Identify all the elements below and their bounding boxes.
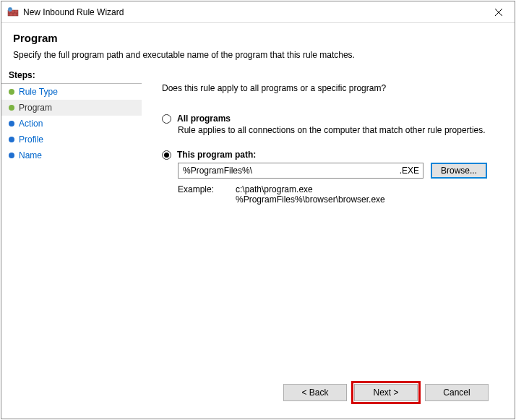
- step-name[interactable]: Name: [1, 147, 142, 163]
- titlebar: New Inbound Rule Wizard: [1, 1, 515, 23]
- radio-label: This program path:: [177, 150, 256, 160]
- window-title: New Inbound Rule Wizard: [23, 7, 482, 17]
- step-link[interactable]: Rule Type: [19, 87, 58, 97]
- steps-heading: Steps:: [1, 66, 142, 84]
- step-action[interactable]: Action: [1, 116, 142, 132]
- step-link[interactable]: Name: [19, 150, 42, 160]
- example-line: %ProgramFiles%\browser\browser.exe: [236, 194, 385, 205]
- example-label: Example:: [178, 184, 236, 205]
- bullet-icon: [9, 153, 14, 158]
- step-program[interactable]: Program: [1, 100, 142, 116]
- bullet-icon: [9, 89, 14, 95]
- back-button[interactable]: < Back: [283, 384, 347, 401]
- page-header: Program Specify the full program path an…: [1, 23, 515, 66]
- page-title: Program: [13, 32, 503, 44]
- step-rule-type[interactable]: Rule Type: [1, 84, 142, 100]
- bullet-icon: [9, 105, 14, 111]
- radio-label: All programs: [177, 113, 231, 124]
- program-path-input[interactable]: [178, 163, 423, 179]
- wizard-window: New Inbound Rule Wizard Program Specify …: [1, 1, 515, 419]
- question-text: Does this rule apply to all programs or …: [162, 83, 502, 93]
- page-subtitle: Specify the full program path and execut…: [13, 50, 503, 60]
- radio-all-programs[interactable]: All programs: [162, 113, 502, 124]
- example-paths: c:\path\program.exe %ProgramFiles%\brows…: [236, 184, 385, 205]
- path-input-wrapper: .EXE: [178, 163, 423, 179]
- close-icon: [495, 9, 502, 16]
- radio-icon: [162, 114, 171, 124]
- svg-point-8: [8, 7, 12, 12]
- example-line: c:\path\program.exe: [236, 184, 385, 194]
- cancel-button[interactable]: Cancel: [425, 384, 489, 401]
- bullet-icon: [9, 121, 14, 127]
- wizard-footer: < Back Next > Cancel: [162, 377, 502, 411]
- browse-button[interactable]: Browse...: [431, 163, 487, 179]
- step-link[interactable]: Program: [19, 103, 52, 113]
- radio-this-program[interactable]: This program path:: [162, 150, 502, 160]
- step-link[interactable]: Action: [19, 119, 43, 129]
- program-path-row: .EXE Browse...: [178, 163, 502, 179]
- radio-all-desc: Rule applies to all connections on the c…: [178, 125, 502, 135]
- example-row: Example: c:\path\program.exe %ProgramFil…: [178, 184, 502, 205]
- step-profile[interactable]: Profile: [1, 132, 142, 147]
- bullet-icon: [9, 137, 14, 142]
- wizard-body: Steps: Rule Type Program Action Profile …: [1, 66, 515, 419]
- radio-icon: [162, 150, 171, 160]
- firewall-icon: [7, 7, 19, 18]
- close-button[interactable]: [482, 1, 515, 23]
- next-button[interactable]: Next >: [354, 384, 418, 401]
- step-link[interactable]: Profile: [19, 134, 43, 145]
- wizard-content: Does this rule apply to all programs or …: [142, 66, 515, 419]
- steps-sidebar: Steps: Rule Type Program Action Profile …: [1, 66, 142, 419]
